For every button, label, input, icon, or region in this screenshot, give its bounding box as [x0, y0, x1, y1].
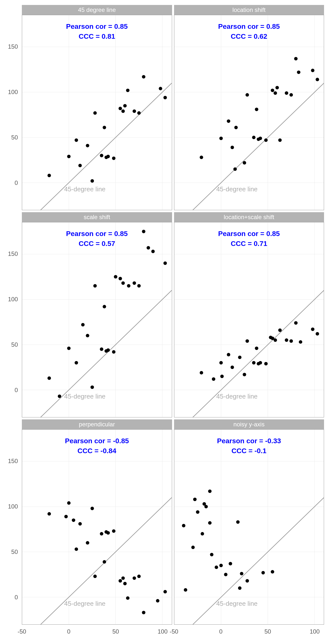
svg-point-122 [289, 339, 293, 343]
facet-strip: perpendicular [22, 420, 172, 429]
reference-line-label: 45-degree line [64, 600, 106, 608]
svg-point-59 [297, 70, 300, 74]
y-tick-label: 150 [8, 250, 18, 257]
svg-point-48 [255, 108, 258, 111]
svg-point-27 [142, 75, 146, 78]
svg-point-71 [48, 376, 51, 380]
svg-point-54 [275, 86, 279, 89]
plot-area: Pearson cor = 0.85CCC = 0.8145-degree li… [22, 15, 172, 210]
svg-point-29 [163, 96, 167, 99]
svg-point-185 [240, 572, 243, 575]
x-tick-label: 50 [112, 628, 119, 635]
svg-point-74 [75, 361, 78, 364]
svg-point-41 [227, 119, 230, 123]
svg-point-89 [137, 284, 141, 288]
svg-point-106 [220, 375, 224, 378]
facet-strip: scale shift [22, 212, 172, 222]
pearson-label: Pearson cor = 0.85 [218, 230, 280, 238]
svg-point-168 [182, 524, 185, 527]
y-axis-row-2: 050100150 [5, 212, 20, 418]
svg-point-20 [112, 156, 115, 160]
svg-point-76 [86, 334, 89, 337]
svg-point-107 [227, 353, 230, 356]
svg-point-155 [137, 574, 141, 578]
svg-point-103 [200, 371, 203, 374]
pearson-label: Pearson cor = 0.85 [218, 22, 280, 30]
x-tick-label: 50 [264, 628, 271, 635]
y-tick-label: 50 [11, 548, 18, 556]
svg-point-87 [127, 284, 130, 288]
svg-point-157 [156, 599, 159, 602]
svg-point-86 [121, 282, 125, 285]
svg-point-50 [258, 136, 262, 140]
svg-point-172 [196, 510, 199, 514]
y-tick-label: 100 [8, 296, 18, 303]
svg-point-178 [210, 553, 213, 556]
plot-area: Pearson cor = 0.85CCC = 0.6245-degree li… [174, 15, 324, 210]
svg-point-113 [255, 346, 258, 350]
svg-point-140 [75, 548, 78, 551]
svg-point-154 [133, 576, 136, 580]
svg-point-61 [315, 78, 319, 81]
svg-point-73 [67, 346, 71, 350]
svg-point-45 [243, 161, 246, 164]
svg-point-90 [142, 230, 146, 233]
svg-point-9 [48, 174, 51, 177]
svg-point-149 [112, 529, 115, 533]
svg-point-119 [273, 338, 277, 342]
svg-point-187 [261, 571, 265, 574]
svg-point-182 [228, 562, 232, 565]
x-tick-label: 0 [219, 628, 222, 635]
x-axis-col-2: -50050100 [174, 627, 324, 639]
panel-perpendicular: perpendicularPearson cor = -0.85CCC = -0… [22, 420, 172, 625]
x-tick-label: -50 [18, 628, 26, 635]
reference-line-label: 45-degree line [216, 186, 257, 193]
panel-noisy-y-axis: noisy y-axisPearson cor = -0.33CCC = -0.… [174, 420, 324, 625]
svg-point-175 [204, 505, 208, 508]
svg-point-112 [252, 361, 255, 364]
svg-point-110 [243, 373, 246, 376]
y-axis-row-1: 050100150 [5, 5, 20, 210]
svg-point-120 [278, 328, 281, 332]
svg-point-151 [121, 576, 125, 580]
x-tick-label: 100 [310, 628, 319, 635]
svg-point-93 [163, 261, 167, 265]
svg-point-126 [315, 332, 319, 336]
svg-point-170 [191, 546, 195, 549]
svg-point-84 [114, 275, 117, 278]
svg-point-108 [230, 366, 234, 369]
y-tick-label: 100 [8, 503, 18, 510]
svg-point-184 [238, 586, 241, 590]
y-tick-label: 100 [8, 88, 18, 96]
svg-point-21 [118, 107, 122, 110]
svg-point-16 [100, 154, 103, 157]
x-tick-label: 100 [158, 628, 168, 635]
panel-location-shift: location shiftPearson cor = 0.85CCC = 0.… [174, 5, 324, 210]
svg-point-17 [103, 126, 106, 129]
svg-point-141 [78, 522, 82, 526]
plot-area: Pearson cor = 0.85CCC = 0.7145-degree li… [174, 222, 324, 418]
svg-point-77 [90, 386, 94, 389]
x-tick-label: 0 [67, 628, 70, 635]
svg-point-83 [112, 350, 115, 354]
reference-line-label: 45-degree line [64, 392, 106, 400]
svg-point-75 [81, 323, 85, 326]
panel-45-degree-line: 45 degree linePearson cor = 0.85CCC = 0.… [22, 5, 172, 210]
svg-point-88 [133, 282, 136, 285]
y-axis-row-3: 050100150 [5, 420, 20, 625]
x-axis-col-1: -50050100 [22, 627, 172, 639]
y-tick-label: 50 [11, 134, 18, 141]
svg-point-144 [93, 574, 97, 578]
svg-point-44 [234, 126, 238, 129]
svg-point-60 [311, 69, 314, 72]
svg-point-139 [72, 518, 75, 522]
svg-point-104 [212, 377, 215, 381]
plot-area: Pearson cor = -0.33CCC = -0.145-degree l… [174, 429, 324, 625]
svg-point-156 [142, 611, 146, 614]
svg-point-171 [193, 498, 196, 501]
pearson-label: Pearson cor = 0.85 [66, 22, 128, 30]
reference-line-label: 45-degree line [216, 392, 257, 400]
pearson-label: Pearson cor = -0.33 [217, 437, 281, 445]
svg-point-57 [289, 93, 293, 96]
svg-point-136 [48, 512, 51, 516]
